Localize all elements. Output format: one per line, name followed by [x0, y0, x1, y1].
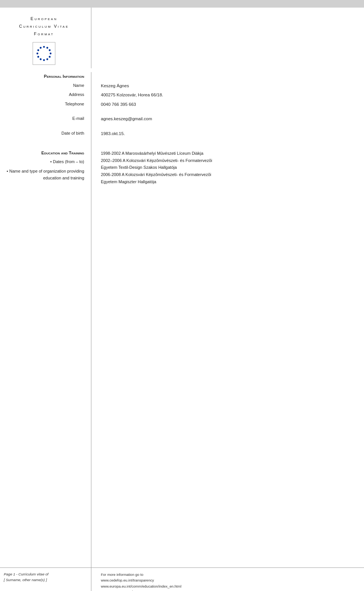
- svg-point-7: [43, 59, 45, 61]
- address-label: Address: [0, 90, 91, 99]
- svg-rect-0: [33, 42, 55, 64]
- footer-url3: www.eurescv-search.com: [101, 589, 358, 591]
- svg-point-10: [36, 53, 38, 55]
- email-value: agnes.keszeg@gmail.com: [91, 114, 364, 123]
- cv-page: European Curriculum Vitae Format: [0, 8, 364, 591]
- personal-information-label: Personal Information: [0, 72, 91, 81]
- eu-logo-icon: [33, 42, 55, 65]
- filler-area: [0, 190, 364, 567]
- education-line2: 2002–2006 A Kolozsvári Képzõmûvészeti- é…: [101, 157, 358, 164]
- footer-url2: www.europa.eu.int/comm/education/index_e…: [101, 583, 358, 589]
- education-section: Education and Training Dates (from – to)…: [0, 149, 364, 190]
- education-dates-label: Dates (from – to): [4, 158, 84, 165]
- education-line1: 1998-2002 A Marosvásárhelyi Mûvészeti Lí…: [101, 150, 358, 157]
- email-label: E-mail: [0, 114, 91, 123]
- address-value: 400275 Kolzosvár, Horea 66/18.: [91, 90, 364, 99]
- svg-point-1: [43, 46, 45, 48]
- education-line3: Egyetem Textil-Design Szakos Hallgatója: [101, 164, 358, 171]
- telephone-value: 0040 766 395 663: [91, 100, 364, 109]
- footer-right: For more information go to www.cedefop.e…: [91, 568, 364, 591]
- svg-point-4: [50, 53, 52, 55]
- education-line4: 2006-2008 A Kolozsvári Képzõmûvészeti- é…: [101, 171, 358, 178]
- footer-url1: www.cedefop.eu.int/transparency: [101, 577, 358, 583]
- name-value: Keszeg Ágnes: [91, 81, 364, 90]
- education-line5: Egyetem Magiszter Hallgatója: [101, 178, 358, 185]
- footer-intro: For more information go to: [101, 572, 358, 577]
- cv-title: European Curriculum Vitae Format: [19, 15, 69, 38]
- footer-left: Page 1 - Curriculum vitae of [ Surname, …: [0, 568, 91, 591]
- dob-label: Date of birth: [0, 129, 91, 138]
- name-label: Name: [0, 81, 91, 90]
- dob-value: 1983.okt.15.: [91, 129, 364, 138]
- footer: Page 1 - Curriculum vitae of [ Surname, …: [0, 567, 364, 591]
- education-section-label: Education and Training: [4, 151, 84, 155]
- education-value-col: 1998-2002 A Marosvásárhelyi Mûvészeti Lí…: [91, 149, 364, 190]
- telephone-label: Telephone: [0, 100, 91, 109]
- education-org-label: Name and type of organization providing …: [4, 168, 84, 182]
- education-label-col: Education and Training Dates (from – to)…: [0, 149, 91, 190]
